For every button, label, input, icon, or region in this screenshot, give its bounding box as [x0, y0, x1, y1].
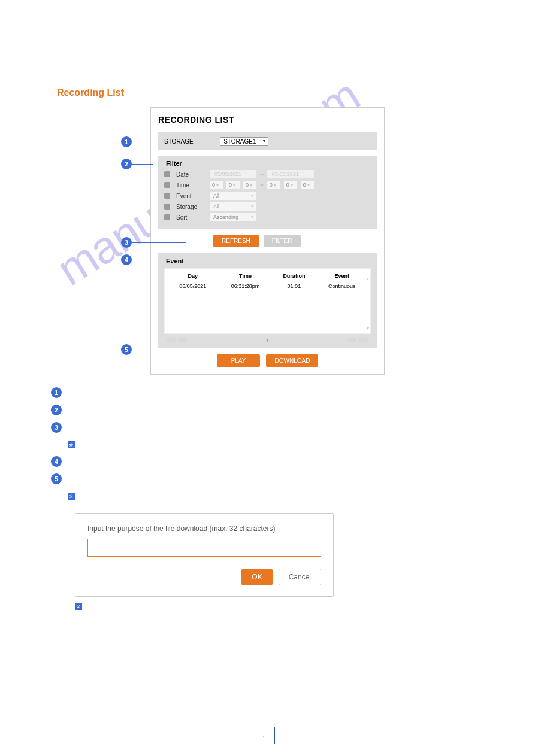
sort-checkbox[interactable] [164, 214, 170, 220]
filter-date-label: Date [176, 171, 206, 178]
time-checkbox[interactable] [164, 182, 170, 188]
header-rule [51, 63, 484, 63]
date-from-input[interactable]: 05/05/2021 [210, 170, 256, 178]
filter-storage-label: Storage [176, 204, 206, 210]
pager: 1 [164, 338, 371, 344]
desc-bullet-1: 1 [51, 387, 62, 398]
section-heading: Recording List [57, 87, 535, 98]
note-after-dialog: When playing back recorded MP4 files, a … [87, 603, 423, 610]
storage-checkbox[interactable] [164, 204, 170, 210]
note-icon-3: ※ [75, 603, 82, 610]
cell-event: Continuous [316, 281, 368, 292]
scroll-down-icon[interactable]: ▾ [367, 326, 369, 331]
col-duration: Duration [272, 271, 316, 281]
date-checkbox[interactable] [164, 171, 170, 177]
event-select[interactable]: All [210, 192, 256, 200]
cell-duration: 01:01 [272, 281, 316, 292]
filter-sort-label: Sort [176, 214, 206, 221]
callout-bullet-1: 1 [121, 136, 132, 147]
pager-next-icon[interactable] [348, 338, 356, 342]
col-event: Event [316, 271, 368, 281]
page-number [260, 730, 267, 741]
desc-text-2: Select the date/time, event, sort or sto… [68, 404, 309, 415]
note-text-1: The list shows the recorded files in the… [79, 440, 259, 448]
time-h2[interactable]: 0 [267, 181, 280, 189]
scroll-up-icon[interactable]: ▴ [367, 276, 369, 281]
callout-bullet-3: 3 [121, 237, 132, 248]
note-icon-2: ※ [68, 493, 75, 500]
filter-time-label: Time [176, 182, 206, 189]
col-time: Time [219, 271, 273, 281]
desc-text-5: Play or download the recorded video. [68, 473, 186, 484]
download-purpose-dialog: Input the purpose of the file download (… [75, 513, 334, 597]
page-footer [0, 727, 535, 744]
sort-select[interactable]: Ascending [210, 213, 256, 221]
date-to-input[interactable]: 05/05/2021 [267, 170, 314, 178]
desc-text-4: Display the information of the recorded … [68, 456, 227, 467]
desc-bullet-5: 5 [51, 473, 62, 484]
footer-divider [274, 727, 275, 744]
recording-list-panel: 1 2 3 4 5 RECORDING LIST STORAGE STORAGE… [150, 107, 385, 375]
filter-event-label: Event [176, 193, 206, 199]
note-icon-1: ※ [68, 441, 75, 448]
cell-day: 06/05/2021 [167, 281, 219, 292]
note-text-2: Input the purpose for the download. The … [79, 491, 445, 500]
callout-bullet-2: 2 [121, 159, 132, 169]
ok-button[interactable]: OK [241, 569, 272, 585]
time-s2[interactable]: 0 [301, 181, 314, 189]
filter-block: Filter Date 05/05/2021 ~ 05/05/2021 Time… [158, 156, 377, 229]
event-table: Day Time Duration Event 06/05/2021 06:31… [167, 271, 368, 291]
event-checkbox[interactable] [164, 193, 170, 199]
event-block: Event Day Time Duration Event 06/05/2021… [158, 253, 377, 348]
panel-title: RECORDING LIST [158, 115, 377, 125]
desc-bullet-2: 2 [51, 405, 62, 415]
filter-button[interactable]: FILTER [264, 235, 301, 247]
time-m2[interactable]: 0 [284, 181, 297, 189]
storage-select[interactable]: STORAGE1 [220, 137, 268, 146]
table-row[interactable]: 06/05/2021 06:31:28pm 01:01 Continuous [167, 281, 368, 292]
event-legend: Event [164, 257, 371, 265]
desc-bullet-4: 4 [51, 456, 62, 467]
pager-prev-icon[interactable] [179, 338, 187, 342]
desc-text-1: Select the storage device from the drop-… [68, 387, 395, 398]
time-m1[interactable]: 0 [226, 181, 240, 189]
desc-bullet-3: 3 [51, 422, 62, 433]
purpose-input[interactable] [87, 539, 321, 557]
storage-label: STORAGE [164, 138, 194, 145]
pager-last-icon[interactable] [359, 338, 368, 342]
time-s1[interactable]: 0 [243, 181, 256, 189]
desc-text-3: Click the button to refresh/filter the l… [68, 421, 190, 433]
pager-current: 1 [266, 338, 269, 344]
callout-bullet-4: 4 [121, 254, 132, 265]
descriptions: 1 Select the storage device from the dro… [51, 387, 478, 501]
cancel-button[interactable]: Cancel [279, 569, 321, 585]
dialog-prompt: Input the purpose of the file download (… [87, 524, 321, 533]
refresh-button[interactable]: REFRESH [213, 235, 259, 247]
pager-first-icon[interactable] [167, 338, 176, 342]
download-button[interactable]: DOWNLOAD [266, 354, 318, 367]
time-h1[interactable]: 0 [210, 181, 223, 189]
storage-block: STORAGE STORAGE1 [158, 132, 377, 150]
col-day: Day [167, 271, 219, 281]
play-button[interactable]: PLAY [217, 354, 261, 367]
storage-filter-select[interactable]: All [210, 202, 256, 211]
cell-time: 06:31:28pm [219, 281, 273, 292]
callout-bullet-5: 5 [121, 344, 132, 355]
filter-legend: Filter [164, 160, 371, 167]
